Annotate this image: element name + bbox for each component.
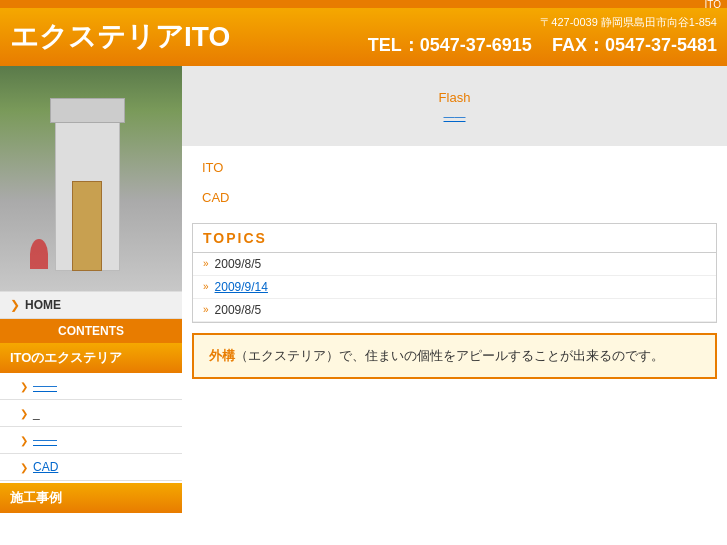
tagline-paren: （エクステリア） (235, 348, 339, 363)
sidebar-item-2[interactable]: ❯ _ (0, 400, 182, 427)
flash-link[interactable]: —— (444, 110, 466, 122)
cad-section: CAD (182, 185, 727, 215)
topics-section: TOPICS » 2009/8/5 » 2009/9/14 » 2009/8/5 (192, 223, 717, 323)
sidebar-text-2: _ (33, 406, 40, 420)
tagline-after: で、住まいの個性をアピールすることが出来るのです。 (339, 348, 664, 363)
nav-home[interactable]: ❯ HOME (0, 291, 182, 319)
topics-item-3: » 2009/8/5 (193, 299, 716, 322)
sidebar-link-1[interactable]: —— (33, 379, 57, 393)
address: 〒427-0039 静岡県島田市向谷1-854 (368, 14, 717, 32)
nav-contents-bar: CONTENTS (0, 319, 182, 343)
tagline-strong: 外構 (209, 348, 235, 363)
site-title: エクステリアITO (10, 18, 230, 56)
tagline-text: 外構（エクステリア）で、住まいの個性をアピールすることが出来るのです。 (209, 345, 700, 367)
header: エクステリアITO 〒427-0039 静岡県島田市向谷1-854 TEL：05… (0, 8, 727, 66)
topics-date-1: 2009/8/5 (215, 257, 262, 271)
topics-header: TOPICS (193, 224, 716, 253)
kouji-label: 施工事例 (10, 490, 62, 505)
top-bar-label: ITO (705, 0, 721, 10)
ito-link[interactable]: ITO (202, 160, 223, 175)
sidebar-item-3[interactable]: ❯ —— (0, 427, 182, 454)
topics-date-3: 2009/8/5 (215, 303, 262, 317)
top-bar: ITO (0, 0, 727, 8)
nav-arrow-icon-1: ❯ (20, 381, 28, 392)
topics-arrow-2: » (203, 281, 209, 292)
nav-kouji-section[interactable]: 施工事例 (0, 483, 182, 513)
flash-label: Flash (439, 90, 471, 105)
nav-arrow-icon-3: ❯ (20, 435, 28, 446)
hero-image-inner (0, 66, 182, 291)
tagline-section: 外構（エクステリア）で、住まいの個性をアピールすることが出来るのです。 (192, 333, 717, 379)
hero-image (0, 66, 182, 291)
contents-label: CONTENTS (58, 324, 124, 338)
sidebar: ❯ HOME CONTENTS ITOのエクステリア ❯ —— ❯ _ ❯ ——… (0, 66, 182, 545)
tel: TEL：0547-37-6915 (368, 35, 532, 55)
sidebar-link-3[interactable]: —— (33, 433, 57, 447)
contact-info: 〒427-0039 静岡県島田市向谷1-854 TEL：0547-37-6915… (368, 14, 717, 60)
fax: FAX：0547-37-5481 (552, 35, 717, 55)
sidebar-link-cad[interactable]: CAD (33, 460, 58, 474)
sidebar-item-cad[interactable]: ❯ CAD (0, 454, 182, 481)
topics-title: TOPICS (203, 230, 267, 246)
topics-item-2[interactable]: » 2009/9/14 (193, 276, 716, 299)
ito-section-label: ITOのエクステリア (10, 350, 122, 365)
topics-arrow-3: » (203, 304, 209, 315)
nav-arrow-icon-cad: ❯ (20, 462, 28, 473)
cad-link[interactable]: CAD (202, 190, 229, 205)
home-arrow-icon: ❯ (10, 298, 20, 312)
content-area: Flash —— ITO CAD TOPICS » 2009/8/5 » 200… (182, 66, 727, 545)
tel-fax: TEL：0547-37-6915 FAX：0547-37-5481 (368, 31, 717, 60)
flash-area: Flash —— (182, 66, 727, 146)
ito-intro: ITO (182, 146, 727, 185)
nav-ito-section: ITOのエクステリア (0, 343, 182, 373)
topics-arrow-1: » (203, 258, 209, 269)
main-layout: ❯ HOME CONTENTS ITOのエクステリア ❯ —— ❯ _ ❯ ——… (0, 66, 727, 545)
sidebar-item-1[interactable]: ❯ —— (0, 373, 182, 400)
topics-date-link-2[interactable]: 2009/9/14 (215, 280, 268, 294)
home-label: HOME (25, 298, 61, 312)
nav-arrow-icon-2: ❯ (20, 408, 28, 419)
topics-item-1: » 2009/8/5 (193, 253, 716, 276)
